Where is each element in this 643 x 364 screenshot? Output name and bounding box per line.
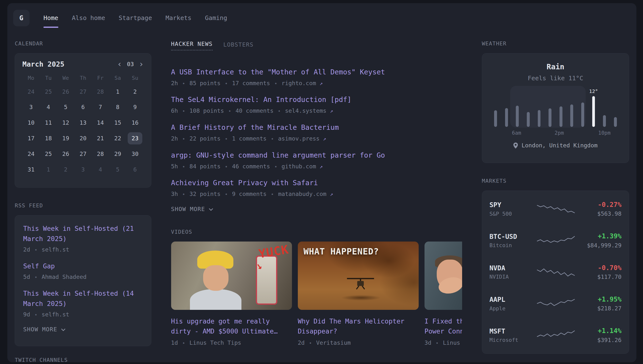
calendar-day: 19 bbox=[57, 132, 75, 146]
news-comments: 17 comments bbox=[232, 80, 270, 86]
separator-dot: • bbox=[34, 247, 38, 253]
markets-section-title: MARKETS bbox=[482, 178, 629, 184]
calendar-day: 10 bbox=[23, 116, 40, 130]
chevron-left-icon[interactable]: ‹ bbox=[117, 60, 122, 68]
weather-temp-bar bbox=[504, 88, 509, 127]
news-source-link[interactable]: matanabudy.com bbox=[278, 190, 326, 197]
markets-widget: SPY S&P 500 -0.27% $563.98 BTC-USD Bitco… bbox=[482, 190, 629, 354]
nav-menu: Home Also home Startpage Markets Gaming bbox=[44, 3, 227, 33]
time-label: 10pm bbox=[598, 130, 611, 136]
market-price: $563.98 bbox=[576, 210, 621, 217]
time-label: 6am bbox=[512, 130, 521, 136]
market-change: +1.95% bbox=[576, 296, 621, 303]
market-change: -0.70% bbox=[576, 264, 621, 272]
video-card[interactable]: YUCK ↘ His upgrade got me really dirty -… bbox=[171, 242, 292, 346]
calendar-day: 24 bbox=[23, 147, 40, 161]
app-logo[interactable]: G bbox=[13, 10, 30, 26]
external-link-icon: ↗ bbox=[330, 108, 333, 114]
video-age: 1d bbox=[171, 339, 178, 346]
nav-item-markets[interactable]: Markets bbox=[166, 3, 191, 33]
market-name: Apple bbox=[489, 306, 535, 312]
video-thumbnail[interactable]: YUCK ↘ bbox=[171, 242, 292, 310]
video-title[interactable]: His upgrade got me really dirty - AMD $5… bbox=[171, 316, 292, 336]
video-thumbnail[interactable]: WHAT HAPPENED? bbox=[298, 242, 419, 310]
video-title[interactable]: Why Did The Mars Helicopter Disappear? bbox=[298, 316, 419, 336]
market-row[interactable]: SPY S&P 500 -0.27% $563.98 bbox=[489, 193, 621, 225]
external-link-icon: ↗ bbox=[320, 80, 323, 86]
news-source-link[interactable]: asimov.press bbox=[278, 135, 320, 142]
rss-item-age: 9d bbox=[23, 311, 30, 318]
calendar-day: 25 bbox=[40, 85, 57, 98]
market-ticker: SPY bbox=[489, 201, 535, 208]
news-item-title[interactable]: The SeL4 Microkernel: An Introduction [p… bbox=[171, 95, 462, 104]
show-more-label: SHOW MORE bbox=[171, 206, 205, 212]
content-columns: CALENDAR March 2025 ‹ 03 › MoTuWeThFrSaS… bbox=[7, 33, 636, 362]
separator-dot: • bbox=[34, 274, 38, 280]
news-item-title[interactable]: Achieving Great Privacy with Safari bbox=[171, 178, 462, 188]
calendar-day: 7 bbox=[92, 100, 109, 114]
video-thumbnail[interactable]: DO TH T bbox=[424, 242, 462, 310]
separator-dot: • bbox=[181, 191, 186, 197]
news-points: 108 points bbox=[189, 107, 224, 114]
market-change: -0.27% bbox=[576, 201, 621, 208]
twitch-section-title: TWITCH CHANNELS bbox=[15, 357, 151, 362]
news-show-more-button[interactable]: SHOW MORE bbox=[171, 206, 213, 212]
thumbnail-overlay-text: WHAT HAPPENED? bbox=[303, 246, 379, 256]
calendar-day: 13 bbox=[75, 116, 92, 130]
video-card[interactable]: WHAT HAPPENED? Why Did The Mars Helicopt… bbox=[298, 242, 419, 346]
thumbnail-figure bbox=[190, 289, 242, 310]
news-item-title[interactable]: A Brief History of the Miracle Bacterium bbox=[171, 122, 462, 132]
video-card[interactable]: DO TH T I Fixed the 5 Power Connect 3d •… bbox=[424, 242, 462, 346]
news-age: 2h bbox=[171, 135, 178, 142]
calendar-day: 4 bbox=[40, 100, 57, 114]
tab-hacker-news[interactable]: HACKER NEWS bbox=[171, 40, 213, 50]
weather-chart: 12° bbox=[493, 88, 618, 127]
news-item-title[interactable]: A USB Interface to the "Mother of All De… bbox=[171, 67, 462, 77]
news-list: A USB Interface to the "Mother of All De… bbox=[171, 67, 462, 198]
news-item-title[interactable]: argp: GNU-style command line argument pa… bbox=[171, 150, 462, 160]
external-link-icon: ↗ bbox=[323, 136, 326, 142]
nav-item-gaming[interactable]: Gaming bbox=[205, 3, 227, 33]
news-age: 6h bbox=[171, 107, 178, 114]
calendar-day: 2 bbox=[127, 85, 144, 98]
weather-time-labels: 6am 2pm 10pm bbox=[493, 130, 618, 136]
calendar-day: 24 bbox=[23, 85, 40, 98]
news-source-link[interactable]: github.com bbox=[281, 163, 316, 170]
weather-temp-bar: 12° bbox=[591, 88, 597, 127]
rss-item-title[interactable]: This Week in Self-Hosted (21 March 2025) bbox=[23, 224, 143, 244]
calendar-day: 21 bbox=[92, 132, 109, 146]
chevron-right-icon[interactable]: › bbox=[139, 60, 144, 68]
news-source-link[interactable]: righto.com bbox=[281, 80, 316, 86]
market-price: $84,999.29 bbox=[576, 242, 621, 249]
market-row[interactable]: AAPL Apple +1.95% $218.27 bbox=[489, 288, 621, 319]
calendar-day: 5 bbox=[109, 162, 127, 176]
chevron-down-icon bbox=[209, 208, 213, 211]
rss-item[interactable]: This Week in Self-Hosted (21 March 2025)… bbox=[23, 224, 143, 253]
calendar-day: 1 bbox=[40, 162, 57, 176]
thumbnail-helicopter-icon bbox=[346, 276, 375, 290]
market-sparkline bbox=[535, 328, 576, 342]
nav-item-home[interactable]: Home bbox=[44, 3, 58, 33]
rss-item-source: selfh.st bbox=[42, 311, 69, 318]
calendar-day: 1 bbox=[109, 85, 127, 98]
video-title[interactable]: I Fixed the 5 Power Connect bbox=[424, 316, 462, 336]
tab-lobsters[interactable]: LOBSTERS bbox=[223, 41, 254, 50]
market-row[interactable]: BTC-USD Bitcoin +1.39% $84,999.29 bbox=[489, 225, 621, 256]
nav-item-startpage[interactable]: Startpage bbox=[119, 3, 152, 33]
weather-temp-bar bbox=[547, 88, 553, 127]
rss-item-meta: 2d • selfh.st bbox=[23, 246, 143, 253]
separator-dot: • bbox=[273, 80, 278, 86]
news-source-link[interactable]: sel4.systems bbox=[285, 107, 326, 114]
calendar-day: 15 bbox=[109, 116, 127, 130]
rss-item[interactable]: Self Gap 5d • Ahmad Shadeed bbox=[23, 261, 143, 280]
rss-item-title[interactable]: This Week in Self-Hosted (14 March 2025) bbox=[23, 288, 143, 309]
market-price: $391.26 bbox=[576, 337, 621, 344]
nav-item-also-home[interactable]: Also home bbox=[72, 3, 105, 33]
rss-item-title[interactable]: Self Gap bbox=[23, 261, 143, 271]
market-row[interactable]: MSFT Microsoft +1.14% $391.26 bbox=[489, 319, 621, 351]
news-item: A Brief History of the Miracle Bacterium… bbox=[171, 122, 462, 142]
market-row[interactable]: NVDA NVIDIA -0.70% $117.70 bbox=[489, 256, 621, 288]
rss-item-meta: 9d • selfh.st bbox=[23, 311, 143, 318]
rss-item[interactable]: This Week in Self-Hosted (14 March 2025)… bbox=[23, 288, 143, 318]
rss-show-more-button[interactable]: SHOW MORE bbox=[23, 326, 66, 333]
